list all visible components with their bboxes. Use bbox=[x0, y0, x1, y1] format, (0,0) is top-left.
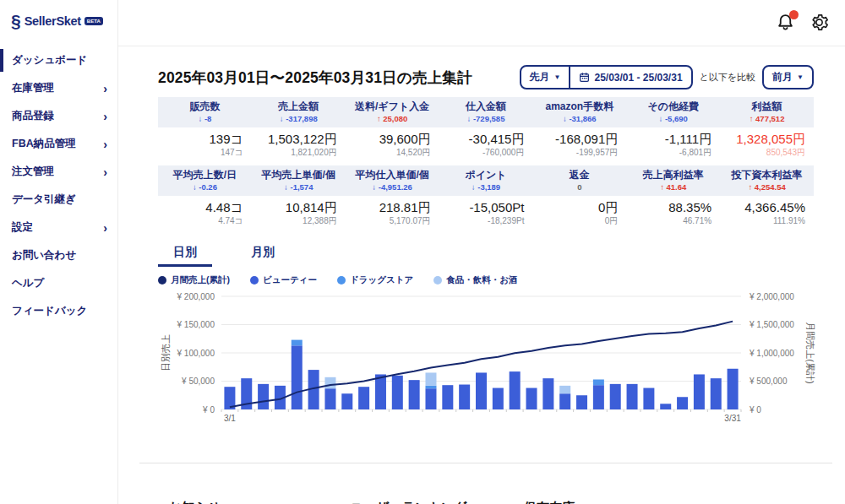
stat-value-cell: 39,600円14,520円 bbox=[346, 127, 439, 161]
left-axis-tick: ¥ 50,000 bbox=[181, 377, 215, 386]
legend-dot-icon bbox=[158, 276, 166, 285]
sidebar-item-FBA納品管理[interactable]: FBA納品管理› bbox=[0, 130, 117, 158]
tab-日別[interactable]: 日別 bbox=[158, 243, 212, 267]
stat-compare-value: 5,170.07円 bbox=[354, 216, 431, 226]
chevron-right-icon: › bbox=[103, 112, 107, 121]
sidebar-item-ダッシュボード[interactable]: ダッシュボード bbox=[0, 46, 117, 74]
sidebar-item-お問い合わせ[interactable]: お問い合わせ bbox=[0, 241, 117, 269]
sidebar-item-データ引継ぎ[interactable]: データ引継ぎ bbox=[0, 186, 117, 214]
bar-segment bbox=[493, 388, 504, 409]
stat-header: 平均売上数/日↓ -0.26 bbox=[158, 165, 252, 196]
stat-value-cell: -1,111円-6,801円 bbox=[626, 127, 720, 161]
stat-delta: ↓ -3,189 bbox=[442, 182, 531, 192]
stat-value: -1,111円 bbox=[635, 132, 711, 147]
notification-bell-icon[interactable] bbox=[776, 13, 796, 33]
tab-月別[interactable]: 月別 bbox=[236, 243, 290, 267]
stat-compare-value: -18,239Pt bbox=[448, 216, 525, 226]
x-axis-label-last: 3/31 bbox=[724, 414, 741, 423]
stat-delta: 0 bbox=[535, 182, 624, 192]
stat-header: 仕入金額↓ -729,585 bbox=[439, 97, 533, 127]
stat-label: ポイント bbox=[442, 169, 531, 182]
stat-compare-value: -760,000円 bbox=[448, 148, 525, 158]
stat-delta: ↑ 41.64 bbox=[629, 182, 717, 192]
stat-value: 4,366.45% bbox=[728, 200, 805, 215]
stat-header: amazon手数料↓ -31,866 bbox=[532, 97, 626, 127]
chevron-right-icon: › bbox=[103, 84, 107, 93]
legend-label: ドラッグストア bbox=[350, 274, 413, 286]
sales-summary-stats: 販売数↓ -8売上金額↓ -317,898送料/ギフト入金↑ 25,080仕入金… bbox=[158, 97, 814, 230]
title-row: 2025年03月01日〜2025年03月31日の売上集計 先月 ▼ 25/03/… bbox=[158, 65, 814, 89]
bar-segment bbox=[559, 393, 570, 409]
legend-item-ビューティー[interactable]: ビューティー bbox=[250, 274, 317, 286]
chevron-right-icon: › bbox=[103, 168, 107, 176]
preset-dropdown[interactable]: 先月 ▼ bbox=[521, 67, 570, 88]
left-axis-tick: ¥ 200,000 bbox=[177, 292, 215, 301]
left-axis-title: 日別売上 bbox=[161, 334, 171, 371]
stat-compare-value: -199,957円 bbox=[541, 148, 618, 158]
legend-item-食品・飲料・お酒[interactable]: 食品・飲料・お酒 bbox=[433, 274, 517, 286]
settings-gear-icon[interactable] bbox=[810, 13, 830, 33]
stat-value: 39,600円 bbox=[354, 132, 431, 147]
legend-item-ドラッグストア[interactable]: ドラッグストア bbox=[337, 274, 413, 286]
stat-value: 139コ bbox=[166, 132, 243, 147]
sidebar-item-ヘルプ[interactable]: ヘルプ bbox=[0, 269, 117, 297]
stat-value-cell: 1,328,055円850,543円 bbox=[720, 127, 814, 161]
left-axis-tick: ¥ 150,000 bbox=[177, 320, 215, 329]
date-range-picker[interactable]: 25/03/01 - 25/03/31 bbox=[569, 67, 690, 88]
stat-header: 売上高利益率↑ 41.64 bbox=[626, 165, 720, 196]
sidebar-item-label: FBA納品管理 bbox=[12, 137, 76, 151]
sidebar-item-フィードバック[interactable]: フィードバック bbox=[0, 297, 117, 325]
stat-value-cell: 0円0円 bbox=[532, 196, 626, 230]
sidebar-item-注文管理[interactable]: 注文管理› bbox=[0, 158, 117, 186]
stat-header: 平均売上単価/個↓ -1,574 bbox=[252, 165, 346, 196]
bar-segment bbox=[425, 372, 436, 385]
sidebar-item-設定[interactable]: 設定› bbox=[0, 214, 117, 241]
stat-value-cell: -15,050Pt-18,239Pt bbox=[439, 196, 533, 230]
brand-logo[interactable]: § SellerSket BETA bbox=[0, 0, 117, 43]
bar-segment bbox=[459, 385, 470, 409]
stat-compare-value: -6,801円 bbox=[635, 148, 711, 158]
stat-header: 返金0 bbox=[532, 165, 626, 196]
stat-header: 送料/ギフト入金↑ 25,080 bbox=[346, 97, 439, 127]
stat-label: 送料/ギフト入金 bbox=[348, 100, 437, 113]
bar-segment bbox=[375, 374, 386, 409]
left-axis-tick: ¥ 100,000 bbox=[177, 349, 215, 358]
section-title-お知らせ: お知らせ bbox=[169, 500, 221, 504]
bar-segment bbox=[292, 345, 303, 409]
bar-segment bbox=[559, 386, 570, 393]
stat-delta: ↓ -5,690 bbox=[629, 114, 717, 124]
stat-compare-value: 1,821,020円 bbox=[260, 148, 337, 158]
stat-label: 売上高利益率 bbox=[629, 169, 717, 182]
bar-segment bbox=[425, 386, 436, 388]
stat-value-cell: -168,091円-199,957円 bbox=[532, 127, 626, 161]
bar-segment bbox=[711, 378, 722, 409]
bar-segment bbox=[510, 371, 521, 409]
compare-preset-label: 前月 bbox=[772, 70, 793, 84]
stat-label: 仕入金額 bbox=[442, 100, 531, 113]
stat-label: 売上金額 bbox=[254, 100, 343, 113]
sidebar-item-label: フィードバック bbox=[12, 304, 87, 318]
stat-delta: ↑ 25,080 bbox=[348, 114, 437, 124]
logo-icon: § bbox=[11, 13, 21, 30]
stat-compare-value: 12,388円 bbox=[260, 216, 337, 226]
compare-preset-dropdown[interactable]: 前月 ▼ bbox=[762, 65, 814, 89]
sidebar-item-label: お問い合わせ bbox=[12, 248, 76, 263]
bar-segment bbox=[660, 404, 671, 409]
right-axis-tick: ¥ 2,000,000 bbox=[749, 292, 794, 301]
bar-segment bbox=[677, 397, 688, 409]
stat-value: -15,050Pt bbox=[448, 200, 525, 215]
bar-segment bbox=[442, 385, 453, 409]
stat-value-cell: 139コ147コ bbox=[158, 127, 252, 161]
bar-segment bbox=[324, 388, 335, 409]
stat-label: amazon手数料 bbox=[535, 100, 624, 113]
sidebar-item-label: データ引継ぎ bbox=[12, 192, 76, 207]
legend-item-月間売上(累計)[interactable]: 月間売上(累計) bbox=[158, 274, 230, 286]
chevron-right-icon: › bbox=[103, 224, 107, 232]
bar-segment bbox=[694, 374, 705, 409]
sidebar-item-商品登録[interactable]: 商品登録› bbox=[0, 102, 117, 130]
bar-segment bbox=[358, 387, 369, 409]
sidebar-item-在庫管理[interactable]: 在庫管理› bbox=[0, 74, 117, 102]
bar-segment bbox=[728, 369, 739, 409]
stat-label: 返金 bbox=[535, 169, 624, 182]
sidebar-item-label: 設定 bbox=[12, 220, 33, 235]
